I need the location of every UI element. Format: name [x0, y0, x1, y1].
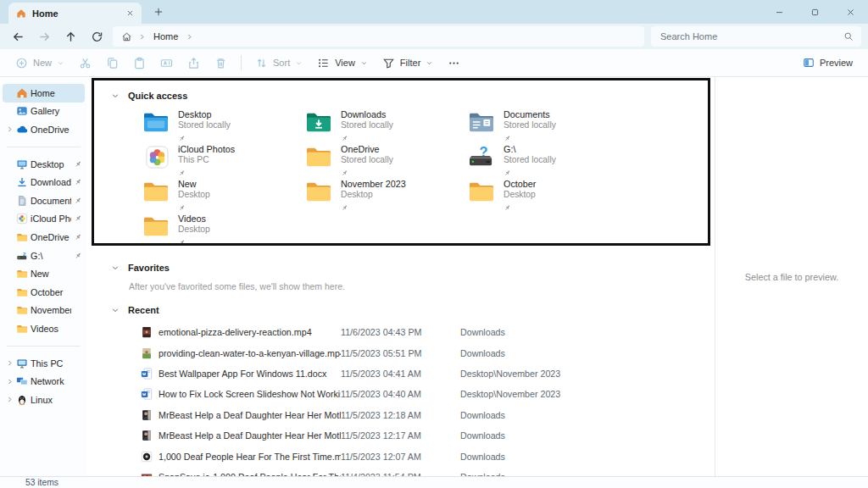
recent-row-providing-clean-water-to-a-kenyan-village-mp4[interactable]: providing-clean-water-to-a-kenyan-villag… — [87, 342, 715, 363]
sidebar-item-label: Gallery — [31, 106, 71, 116]
rename-button[interactable] — [153, 53, 180, 74]
sidebar-item-home[interactable]: Home — [3, 84, 85, 103]
quick-access-tile-documents[interactable]: DocumentsStored locally — [468, 109, 631, 144]
breadcrumb-item-home[interactable]: Home — [152, 31, 180, 42]
sidebar-item-gallery[interactable]: Gallery — [3, 103, 85, 121]
expand-chevron-icon[interactable] — [6, 378, 14, 385]
delete-button[interactable] — [208, 53, 234, 74]
sidebar-item-onedrive[interactable]: OneDrive — [3, 228, 85, 247]
chevron-down-icon[interactable] — [111, 92, 120, 100]
quick-access-tile-desktop[interactable]: DesktopStored locally — [142, 109, 305, 144]
yellow-folder-icon — [468, 180, 496, 204]
this-pc-icon — [16, 358, 28, 369]
cut-button[interactable] — [72, 53, 98, 74]
pin-icon — [74, 252, 82, 260]
sidebar-item-label: Videos — [31, 324, 71, 334]
maximize-icon — [810, 8, 820, 17]
arrow-left-icon — [12, 30, 25, 43]
quick-access-tile-videos[interactable]: VideosDesktop — [142, 214, 305, 248]
file-explorer-window: Home Home NewSortViewFilter Preview Home… — [0, 0, 868, 488]
preview-button[interactable]: Preview — [796, 53, 860, 74]
expand-chevron-icon[interactable] — [6, 359, 14, 367]
chevron-spacer — [6, 160, 14, 168]
sidebar-item-october[interactable]: October — [3, 283, 85, 302]
file-name: MrBeast Help a Deaf Daughter Hear Her Mo… — [159, 430, 341, 441]
pin-spacer — [74, 107, 82, 115]
sidebar-item-label: Downloads — [31, 177, 71, 187]
file-path: Downloads — [460, 410, 505, 420]
onedrive-icon — [16, 124, 28, 136]
quick-access-tile-onedrive[interactable]: OneDriveStored locally — [305, 144, 468, 179]
sort-button[interactable]: Sort — [248, 53, 309, 74]
tile-name: iCloud Photos — [178, 144, 235, 155]
chevron-down-icon[interactable] — [111, 306, 120, 314]
pin-spacer — [74, 89, 82, 97]
sidebar-item-new[interactable]: New — [3, 264, 85, 283]
recent-row-1-000-deaf-people-hear-for-the-first-time-mp3[interactable]: 1,000 Deaf People Hear For The First Tim… — [87, 446, 715, 466]
file-date: 11/4/2023 11:54 PM — [341, 472, 460, 476]
refresh-button[interactable] — [84, 25, 110, 47]
expand-chevron-icon[interactable] — [6, 125, 14, 133]
recent-row-emotional-pizza-delivery-reaction-mp4[interactable]: emotional-pizza-delivery-reaction.mp411/… — [87, 322, 715, 342]
status-bar: 53 items — [0, 476, 868, 488]
paste-icon — [133, 57, 146, 69]
recent-row-how-to-fix-lock-screen-slideshow-not-working-in-wi[interactable]: How to Fix Lock Screen Slideshow Not Wor… — [87, 384, 715, 404]
sidebar-item-november-2023[interactable]: November 2023 — [3, 302, 85, 320]
quick-access-tile-new[interactable]: NewDesktop — [142, 179, 305, 214]
close-button[interactable] — [832, 0, 868, 24]
new-button[interactable]: New — [8, 53, 71, 74]
chevron-down-icon[interactable] — [111, 263, 120, 272]
sidebar-item-documents[interactable]: Documents — [3, 191, 85, 210]
sidebar-item-linux[interactable]: Linux — [3, 391, 85, 409]
pin-icon — [178, 169, 186, 177]
view-icon — [317, 57, 330, 69]
view-button[interactable]: View — [310, 53, 375, 74]
pin-spacer — [74, 359, 82, 368]
up-button[interactable] — [58, 25, 84, 47]
recent-row-mrbeast-help-a-deaf-daughter-hear-her-mother-s-voi[interactable]: MrBeast Help a Deaf Daughter Hear Her Mo… — [87, 425, 715, 446]
breadcrumb[interactable]: Home — [113, 26, 644, 47]
downloads-folder-icon — [305, 110, 333, 135]
sidebar-item-onedrive-persona[interactable]: OneDrive - Persona — [3, 120, 85, 139]
back-button[interactable] — [5, 25, 31, 47]
sidebar-item-downloads[interactable]: Downloads — [3, 173, 85, 191]
tab-close-icon[interactable] — [126, 9, 134, 17]
paste-button[interactable] — [126, 53, 153, 74]
folder-icon — [16, 323, 28, 335]
search-box[interactable] — [651, 26, 861, 47]
sidebar-item-icloud-photos[interactable]: iCloud Photos — [3, 210, 85, 229]
tab-home[interactable]: Home — [8, 3, 142, 24]
quick-access-tile-g[interactable]: ?G:\Stored locally — [468, 144, 631, 179]
pin-spacer — [74, 396, 82, 404]
recent-row-snapsave-io-1-000-deaf-people-hear-for-the-first-tim[interactable]: SnapSave.io-1,000 Deaf People Hear For T… — [87, 467, 715, 476]
sidebar-item-network[interactable]: Network — [3, 372, 85, 391]
quick-access-tile-november-2023[interactable]: November 2023Desktop — [305, 179, 468, 214]
maximize-button[interactable] — [797, 0, 832, 24]
recent-row-best-wallpaper-app-for-windows-11-docx[interactable]: Best Wallpaper App For Windows 11.docx11… — [87, 363, 715, 384]
quick-access-tile-icloud-photos[interactable]: iCloud PhotosThis PC — [142, 144, 305, 179]
minimize-button[interactable] — [761, 0, 797, 24]
quick-access-tile-october[interactable]: OctoberDesktop — [468, 179, 631, 214]
tile-name: Desktop — [178, 109, 231, 120]
new-tab-button[interactable] — [153, 7, 164, 17]
toolbar-separator — [241, 55, 242, 70]
sidebar-item-g[interactable]: 2G:\ — [3, 247, 85, 265]
pin-icon — [178, 204, 186, 212]
titlebar: Home — [0, 0, 868, 24]
sidebar-item-label: Documents — [31, 196, 71, 206]
copy-button[interactable] — [99, 53, 125, 74]
more-options-button[interactable] — [441, 53, 467, 74]
sidebar-item-this-pc[interactable]: This PC — [3, 354, 85, 373]
expand-chevron-icon[interactable] — [6, 396, 14, 403]
recent-row-mrbeast-help-a-deaf-daughter-hear-her-mother-s-voi[interactable]: MrBeast Help a Deaf Daughter Hear Her Mo… — [87, 405, 715, 425]
recent-header: Recent — [87, 302, 715, 318]
quick-access-tile-downloads[interactable]: DownloadsStored locally — [305, 109, 468, 144]
tile-subtitle: Stored locally — [178, 120, 231, 130]
chevron-spacer — [6, 307, 14, 314]
forward-button[interactable] — [31, 25, 58, 47]
search-input[interactable] — [659, 30, 843, 42]
share-button[interactable] — [181, 53, 207, 74]
sidebar-item-desktop[interactable]: Desktop — [3, 155, 85, 174]
filter-button[interactable]: Filter — [376, 53, 440, 74]
sidebar-item-videos[interactable]: Videos — [3, 319, 85, 338]
